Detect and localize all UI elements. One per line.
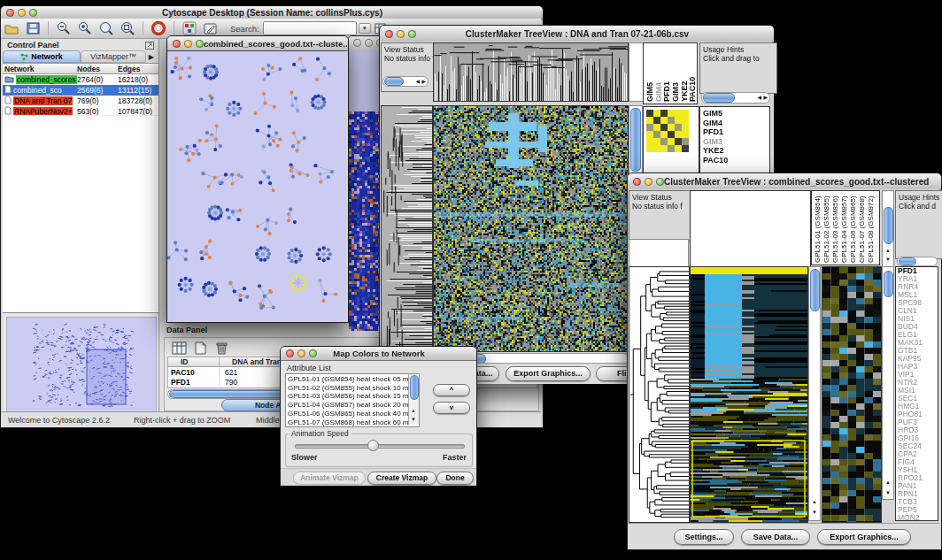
matrix-cell[interactable] <box>668 110 675 117</box>
matrix-cell[interactable] <box>682 110 689 117</box>
tv1-gene-label[interactable]: PAC10 <box>703 156 769 165</box>
tv1-view-status-hscrollbar[interactable]: ◀▶ <box>382 76 429 87</box>
tab-vizmapper[interactable]: VizMapper™ <box>81 50 146 63</box>
matrix-cell[interactable] <box>646 145 653 152</box>
close-button[interactable] <box>353 39 361 47</box>
zoom-button[interactable] <box>656 178 664 186</box>
matrix-cell[interactable] <box>675 124 682 131</box>
matrix-cell[interactable] <box>653 138 660 145</box>
close-button[interactable] <box>385 30 393 38</box>
tv2-column-label[interactable]: GPL51-03 (GSM856) <box>831 192 840 263</box>
attribute-list-item[interactable]: GPL51-07 (GSM868) heat shock 60 min <box>286 418 408 427</box>
minimize-button[interactable] <box>365 39 373 47</box>
matrix-cell[interactable] <box>646 124 653 131</box>
scroll-up-arrow[interactable]: ▲ <box>885 479 891 485</box>
matrix-cell[interactable] <box>682 124 689 131</box>
tv2-label-scroll-thumb[interactable] <box>884 207 893 244</box>
network-view-canvas[interactable] <box>167 50 346 321</box>
attribute-list-vscrollbar[interactable]: ▲ ▼ <box>408 374 419 425</box>
tv1-row-dendrogram-canvas[interactable] <box>381 105 433 352</box>
zoom-button[interactable] <box>309 349 317 357</box>
scroll-left-arrow[interactable]: ◀ <box>757 95 761 100</box>
tab-overflow-arrow[interactable]: ▶ <box>146 50 158 63</box>
scroll-thumb[interactable] <box>703 93 735 103</box>
network-list-item[interactable]: DNA and Tran 07769(0)183728(0) <box>3 96 158 106</box>
scroll-up-arrow[interactable]: ▲ <box>885 248 891 253</box>
col-edges[interactable]: Edges <box>118 65 158 73</box>
tv2-global-vscrollbar[interactable]: ▲ ▼ <box>808 266 821 521</box>
tab-network[interactable]: Network <box>3 50 81 63</box>
tv2-row-dendrogram-canvas[interactable] <box>629 266 690 523</box>
matrix-cell[interactable] <box>675 138 682 145</box>
search-dropdown-button[interactable]: ▼ <box>359 23 371 34</box>
matrix-cell[interactable] <box>653 145 660 152</box>
matrix-cell[interactable] <box>668 145 675 152</box>
matrix-cell[interactable] <box>660 117 668 124</box>
data-col-id[interactable]: ID <box>168 357 220 366</box>
attribute-listbox[interactable]: GPL51-01 (GSM854) heat shock 05 minGPL51… <box>285 373 420 427</box>
matrix-cell[interactable] <box>660 124 668 131</box>
tv1-gene-label[interactable]: GIM4 <box>703 119 769 128</box>
matrix-cell[interactable] <box>668 117 675 124</box>
zoom-selected-icon[interactable] <box>98 20 114 36</box>
scroll-right-arrow[interactable]: ▶ <box>421 79 426 84</box>
zoom-out-icon[interactable] <box>56 20 72 36</box>
zoom-fit-icon[interactable] <box>120 20 135 36</box>
main-title-bar[interactable]: Cytoscape Desktop (Session Name: collins… <box>1 6 543 19</box>
minimize-button[interactable] <box>645 178 652 186</box>
treeview1-title-bar[interactable]: ClusterMaker TreeView : DNA and Tran 07-… <box>380 26 774 42</box>
tv1-usage-hscrollbar[interactable]: ◀▶ <box>701 92 770 104</box>
zoom-in-icon[interactable] <box>77 20 93 36</box>
tv1-gene-label[interactable]: GIM5 <box>703 109 769 119</box>
tv1-column-label[interactable]: PFD1 <box>662 45 671 102</box>
close-button[interactable] <box>173 40 181 48</box>
matrix-cell[interactable] <box>660 138 668 145</box>
tv2-gene-label[interactable]: MON2 <box>898 514 938 521</box>
move-up-button[interactable]: ^ <box>433 384 470 396</box>
matrix-cell[interactable] <box>668 131 675 138</box>
matrix-cell[interactable] <box>675 110 682 117</box>
close-button[interactable] <box>286 349 294 357</box>
tv1-heatmap-canvas[interactable] <box>433 105 629 352</box>
delete-attribute-icon[interactable] <box>213 340 229 356</box>
tv2-gene-scrollbar[interactable]: ▲ ▼ <box>882 266 894 500</box>
minimize-button[interactable] <box>18 9 26 17</box>
tv1-gene-label[interactable]: PFD1 <box>703 127 769 137</box>
done-button[interactable]: Done <box>436 472 474 485</box>
tv1-column-dendrogram-canvas[interactable] <box>433 42 629 102</box>
tv2-usage-hscrollbar[interactable] <box>897 257 938 266</box>
vizmapper-icon[interactable] <box>181 20 197 36</box>
matrix-cell[interactable] <box>653 110 660 117</box>
slider-thumb[interactable] <box>367 440 379 451</box>
matrix-cell[interactable] <box>668 124 675 131</box>
export-graphics-button[interactable]: Export Graphics... <box>817 529 911 545</box>
tv2-label-scrollbar[interactable]: ▲ ▼ <box>882 190 894 267</box>
tv2-gene-scroll-thumb[interactable] <box>884 271 893 297</box>
select-attributes-icon[interactable] <box>171 340 187 356</box>
close-button[interactable] <box>6 9 14 17</box>
col-network[interactable]: Network <box>3 65 77 73</box>
tv2-column-label[interactable]: GPL51-06 (GSM865) <box>849 192 858 263</box>
attribute-list-item[interactable]: GPL51-02 (GSM855) heat shock 10 min <box>286 384 408 393</box>
matrix-cell[interactable] <box>675 145 682 152</box>
attribute-list-item[interactable]: GPL51-03 (GSM856) heat shock 15 min <box>286 392 408 401</box>
treeview2-title-bar[interactable]: ClusterMaker TreeView : combined_scores_… <box>628 173 941 190</box>
tv2-zoom-heatmap-canvas[interactable] <box>822 266 882 523</box>
move-down-button[interactable]: v <box>433 402 470 414</box>
matrix-cell[interactable] <box>646 117 653 124</box>
matrix-cell[interactable] <box>668 138 675 145</box>
tv2-global-heatmap-canvas[interactable] <box>690 266 808 523</box>
zoom-button[interactable] <box>29 9 37 17</box>
matrix-cell[interactable] <box>653 117 660 124</box>
animation-speed-slider[interactable] <box>295 444 465 449</box>
map-colors-title-bar[interactable]: Map Colors to Network <box>281 347 476 361</box>
attribute-list-item[interactable]: GPL51-01 (GSM854) heat shock 05 min <box>286 375 408 384</box>
matrix-cell[interactable] <box>682 131 689 138</box>
tv2-column-label[interactable]: GPL51-07 (GSM868) <box>858 192 867 263</box>
matrix-cell[interactable] <box>660 145 668 152</box>
network-list-item[interactable]: combined_sco2569(6)13112(15) <box>3 85 158 96</box>
scroll-thumb[interactable] <box>384 77 404 86</box>
matrix-cell[interactable] <box>660 110 668 117</box>
tv1-column-label[interactable]: GIM4 <box>654 45 663 102</box>
scroll-up-arrow[interactable]: ▲ <box>411 408 416 413</box>
